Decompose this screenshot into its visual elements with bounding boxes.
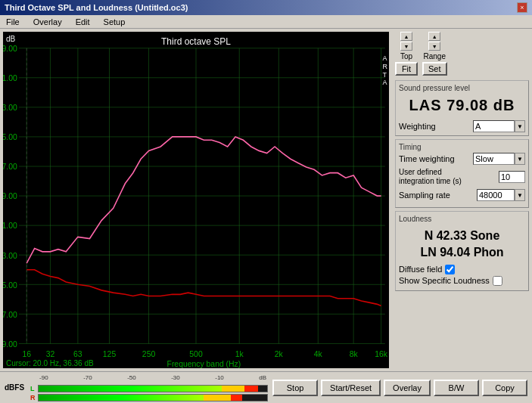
chart-area: dB Third octave SPL ARTA xyxy=(3,32,389,368)
scale-minus70: -70 xyxy=(83,374,92,381)
svg-text:17.00: 17.00 xyxy=(3,310,17,319)
svg-text:41.00: 41.00 xyxy=(3,221,17,230)
copy-button[interactable]: Copy xyxy=(482,380,527,396)
svg-text:9.00: 9.00 xyxy=(3,339,17,349)
spl-value: LAS 79.08 dB xyxy=(399,94,525,117)
svg-text:16: 16 xyxy=(22,349,31,358)
weighting-dropdown[interactable]: A xyxy=(473,120,515,132)
top-down-button[interactable]: ▼ xyxy=(400,42,412,51)
svg-text:81.00: 81.00 xyxy=(3,73,17,82)
level-meters: -90 -70 -50 -30 -10 dB L R xyxy=(30,374,268,401)
arta-label: ARTA xyxy=(383,54,388,87)
range-label: Range xyxy=(424,52,446,60)
sampling-row: Sampling rate 48000 ▼ xyxy=(399,189,525,201)
meter-r-label: R xyxy=(30,394,36,401)
meter-r-red xyxy=(231,395,242,401)
right-panel: ▲ ▼ Top Fit ▲ ▼ Range Set Sound pressure… xyxy=(392,29,532,371)
scale-minus50: -50 xyxy=(127,374,136,381)
integration-row: User definedintegration time (s) xyxy=(399,168,525,186)
range-down-button[interactable]: ▼ xyxy=(428,42,440,51)
loudness-label: Loudness xyxy=(399,215,525,223)
dbfs-label: dBFS xyxy=(5,383,24,392)
weighting-arrow[interactable]: ▼ xyxy=(515,120,525,132)
overlay-button[interactable]: Overlay xyxy=(384,380,431,396)
main-content: dB Third octave SPL ARTA xyxy=(0,29,532,371)
meter-l-yellow xyxy=(222,386,244,392)
svg-text:16k: 16k xyxy=(375,349,387,358)
y-axis-label: dB xyxy=(6,35,15,43)
timing-label: Timing xyxy=(399,143,525,151)
svg-text:125: 125 xyxy=(103,349,116,358)
scale-db: dB xyxy=(259,374,266,381)
diffuse-field-row: Diffuse field xyxy=(399,265,525,274)
diffuse-label: Diffuse field xyxy=(399,265,442,274)
svg-text:32: 32 xyxy=(46,349,55,358)
sampling-value: 48000 xyxy=(479,191,502,200)
meter-l-red xyxy=(244,386,258,392)
top-arrow-group: ▲ ▼ xyxy=(400,32,412,51)
specific-loudness-row: Show Specific Loudness xyxy=(399,276,525,286)
menu-overlay[interactable]: Overlay xyxy=(30,17,65,27)
window-title: Third Octave SPL and Loudness (Untitled.… xyxy=(5,3,188,12)
time-weighting-dropdown[interactable]: Slow xyxy=(473,153,515,165)
meter-row-r: R xyxy=(30,394,268,401)
range-up-button[interactable]: ▲ xyxy=(428,32,440,41)
svg-text:250: 250 xyxy=(142,349,155,358)
timing-section: Timing Time weighting Slow ▼ User define… xyxy=(395,139,529,208)
sampling-label: Sampling rate xyxy=(399,191,450,200)
close-button[interactable]: × xyxy=(517,2,527,13)
svg-text:8k: 8k xyxy=(350,349,359,358)
menu-setup[interactable]: Setup xyxy=(101,17,129,27)
diffuse-checkbox[interactable] xyxy=(445,265,455,274)
start-reset-button[interactable]: Start/Reset xyxy=(321,380,381,396)
menu-edit[interactable]: Edit xyxy=(73,17,93,27)
svg-text:500: 500 xyxy=(189,349,202,358)
loudness-section: Loudness N 42.33 Sone LN 94.04 Phon Diff… xyxy=(395,211,529,291)
top-label: Top xyxy=(400,52,412,60)
meter-bar-l xyxy=(38,385,268,392)
integration-input[interactable] xyxy=(499,171,525,183)
svg-text:4k: 4k xyxy=(314,349,323,358)
fit-button[interactable]: Fit xyxy=(395,62,418,76)
top-up-button[interactable]: ▲ xyxy=(400,32,412,41)
time-weighting-row: Time weighting Slow ▼ xyxy=(399,153,525,165)
svg-text:25.00: 25.00 xyxy=(3,280,17,289)
specific-label: Show Specific Loudness xyxy=(399,276,490,285)
bottom-buttons: Stop Start/Reset Overlay B/W Copy xyxy=(272,380,527,396)
meter-row-l: L xyxy=(30,385,268,392)
weighting-value: A xyxy=(475,122,481,131)
sampling-arrow[interactable]: ▼ xyxy=(515,189,525,201)
scale-minus90: -90 xyxy=(39,374,48,381)
meter-bar-r xyxy=(38,394,268,401)
stop-button[interactable]: Stop xyxy=(272,380,318,396)
bottom-bar: dBFS -90 -70 -50 -30 -10 dB L xyxy=(0,371,532,403)
weighting-row: Weighting A ▼ xyxy=(399,120,525,132)
integration-label: User definedintegration time (s) xyxy=(399,168,462,186)
meter-r-green xyxy=(39,395,203,401)
svg-text:89.00: 89.00 xyxy=(3,44,17,53)
svg-text:65.00: 65.00 xyxy=(3,132,17,141)
menu-file[interactable]: File xyxy=(3,17,23,27)
meter-r-yellow xyxy=(204,395,231,401)
scale-minus10: -10 xyxy=(215,374,224,381)
svg-text:33.00: 33.00 xyxy=(3,250,17,259)
set-button[interactable]: Set xyxy=(422,62,447,76)
title-bar: Third Octave SPL and Loudness (Untitled.… xyxy=(0,0,532,15)
svg-text:1k: 1k xyxy=(235,349,244,358)
svg-text:49.00: 49.00 xyxy=(3,191,17,200)
weighting-label: Weighting xyxy=(399,122,436,131)
svg-text:2k: 2k xyxy=(275,349,284,358)
scale-minus30: -30 xyxy=(171,374,180,381)
spl-label: Sound pressure level xyxy=(399,84,525,92)
time-weighting-label: Time weighting xyxy=(399,154,455,163)
chart-title: Third octave SPL xyxy=(160,35,232,48)
menu-bar: File Overlay Edit Setup xyxy=(0,15,532,29)
time-weighting-arrow[interactable]: ▼ xyxy=(515,153,525,165)
sampling-dropdown[interactable]: 48000 xyxy=(477,189,515,201)
specific-checkbox[interactable] xyxy=(493,276,502,286)
svg-text:57.00: 57.00 xyxy=(3,162,17,171)
cursor-text: Cursor: 20.0 Hz, 36.36 dB xyxy=(6,359,94,367)
meter-l-green xyxy=(39,386,222,392)
bw-button[interactable]: B/W xyxy=(434,380,479,396)
chart-svg: 89.00 81.00 73.00 65.00 57.00 49.00 41.0… xyxy=(3,32,389,368)
